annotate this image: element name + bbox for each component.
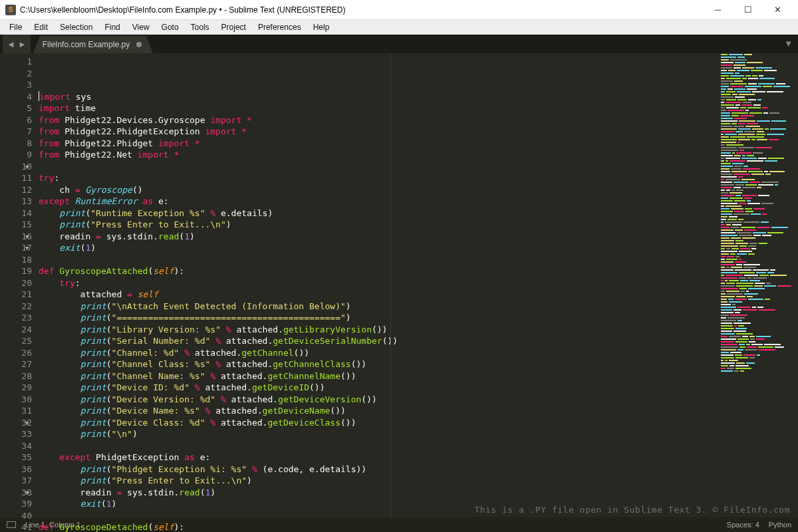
line-number: 10▼ <box>0 161 32 173</box>
code-line[interactable]: except PhidgetException as e: <box>39 452 718 464</box>
window-title: C:\Users\kellenbloom\Desktop\FileInfo.co… <box>20 5 345 15</box>
fold-icon[interactable]: ▼ <box>25 231 29 243</box>
line-number: 7 <box>0 126 32 138</box>
line-number: 40 <box>0 510 32 522</box>
fold-icon[interactable]: ▼ <box>25 418 29 430</box>
fold-icon[interactable]: ▼ <box>25 162 29 174</box>
line-number: 30 <box>0 394 32 406</box>
maximize-button[interactable]: ☐ <box>733 0 763 20</box>
editor-area: 12345678910▼111213141516▼17▼181920212223… <box>0 53 798 517</box>
menu-item-file[interactable]: File <box>4 21 27 33</box>
minimize-button[interactable]: ─ <box>703 0 733 20</box>
code-line[interactable]: print("Phidget Exception %i: %s" % (e.co… <box>39 464 718 475</box>
arrow-left-icon[interactable]: ◄ <box>7 39 15 49</box>
menu-item-view[interactable]: View <box>127 21 155 33</box>
code-line[interactable]: print("Press Enter to Exit...\n") <box>39 475 718 487</box>
line-number: 21 <box>0 289 32 301</box>
code-line[interactable]: try: <box>39 172 718 184</box>
code-line[interactable]: except RuntimeError as e: <box>39 196 718 207</box>
code-line[interactable]: print("Device ID: %d" % attached.getDevi… <box>39 382 718 394</box>
code-line[interactable]: import time <box>39 102 718 114</box>
menu-item-help[interactable]: Help <box>308 21 335 33</box>
code-line[interactable]: print("=================================… <box>39 312 718 324</box>
menu-item-preferences[interactable]: Preferences <box>253 21 307 33</box>
line-number: 22 <box>0 301 32 313</box>
code-line[interactable]: exit(1) <box>39 242 718 254</box>
code-line[interactable]: from Phidget22.Net import * <box>39 149 718 161</box>
line-number: 33 <box>0 428 32 440</box>
tab-dirty-icon <box>136 42 142 47</box>
code-line[interactable]: print("Library Version: %s" % attached.g… <box>39 324 718 336</box>
app-icon: S <box>5 5 16 15</box>
line-number: 28 <box>0 370 32 382</box>
title-bar: S C:\Users\kellenbloom\Desktop\FileInfo.… <box>0 0 798 20</box>
line-number: 8 <box>0 138 32 150</box>
line-number: 6 <box>0 114 32 126</box>
menu-item-goto[interactable]: Goto <box>156 21 184 33</box>
line-number: 24 <box>0 324 32 336</box>
code-line[interactable]: print("Channel: %d" % attached.getChanne… <box>39 347 718 359</box>
code-line[interactable]: print("Device Class: %d" % attached.getD… <box>39 417 718 429</box>
menu-item-edit[interactable]: Edit <box>29 21 53 33</box>
line-number: 18 <box>0 254 32 266</box>
code-line[interactable]: try: <box>39 277 718 289</box>
minimap[interactable] <box>718 53 798 517</box>
menu-item-tools[interactable]: Tools <box>186 21 215 33</box>
line-number: 23 <box>0 312 32 324</box>
status-syntax[interactable]: Python <box>769 521 791 529</box>
code-line[interactable]: print("Press Enter to Exit...\n") <box>39 219 718 231</box>
menu-item-find[interactable]: Find <box>99 21 125 33</box>
line-number: 20 <box>0 277 32 289</box>
line-number: 39 <box>0 498 32 510</box>
code-line[interactable]: print("Runtime Exception %s" % e.details… <box>39 207 718 219</box>
fold-icon[interactable]: ▼ <box>25 487 29 499</box>
code-line[interactable]: readin = sys.stdin.read(1) <box>39 231 718 243</box>
code-line[interactable]: from Phidget22.PhidgetException import * <box>39 126 718 138</box>
code-line[interactable]: print("Serial Number: %d" % attached.get… <box>39 335 718 347</box>
line-number: 13 <box>0 196 32 207</box>
code-line[interactable]: print("Channel Class: %s" % attached.get… <box>39 358 718 370</box>
code-line[interactable]: ch = Gyroscope() <box>39 184 718 196</box>
code-line[interactable]: def GyroscopeAttached(self): <box>39 265 718 277</box>
code-line[interactable] <box>39 254 718 266</box>
ruler-line <box>390 53 391 517</box>
line-number: 37 <box>0 475 32 487</box>
tab-bar: ◄ ► FileInfo.com Example.py ▼ <box>0 35 798 53</box>
code-line[interactable]: from Phidget22.Devices.Gyroscope import … <box>39 114 718 126</box>
code-line[interactable] <box>39 161 718 173</box>
line-number: 25 <box>0 335 32 347</box>
code-line[interactable] <box>39 440 718 452</box>
menu-item-project[interactable]: Project <box>216 21 251 33</box>
line-number: 2 <box>0 68 32 80</box>
code-line[interactable]: print("Device Version: %d" % attached.ge… <box>39 394 718 406</box>
tabs-dropdown-icon[interactable]: ▼ <box>784 39 793 49</box>
line-number: 15 <box>0 219 32 231</box>
line-number: 29 <box>0 382 32 394</box>
line-number: 9 <box>0 149 32 161</box>
line-number: 35 <box>0 452 32 464</box>
status-spaces[interactable]: Spaces: 4 <box>727 521 759 529</box>
code-line[interactable]: readin = sys.stdin.read(1) <box>39 487 718 499</box>
line-number: 17▼ <box>0 242 32 254</box>
close-button[interactable]: ✕ <box>763 0 793 20</box>
code-line[interactable]: print("Channel Name: %s" % attached.getC… <box>39 370 718 382</box>
tab-nav-arrows[interactable]: ◄ ► <box>3 35 31 53</box>
line-number: 3 <box>0 79 32 91</box>
tab-active[interactable]: FileInfo.com Example.py <box>33 36 153 53</box>
menu-bar: FileEditSelectionFindViewGotoToolsProjec… <box>0 20 798 35</box>
code-line[interactable]: def GyroscopeDetached(self): <box>39 521 718 532</box>
line-number: 5 <box>0 102 32 114</box>
code-line[interactable]: attached = self <box>39 289 718 301</box>
line-number-gutter: 12345678910▼111213141516▼17▼181920212223… <box>0 53 35 517</box>
code-line[interactable]: print("\n") <box>39 428 718 440</box>
arrow-right-icon[interactable]: ► <box>18 39 27 49</box>
fold-icon[interactable]: ▼ <box>25 243 29 255</box>
menu-item-selection[interactable]: Selection <box>55 21 98 33</box>
code-line[interactable]: import sys <box>39 91 718 103</box>
line-number: 19 <box>0 265 32 277</box>
line-number: 32▼ <box>0 417 32 429</box>
code-view[interactable]: import sysimport timefrom Phidget22.Devi… <box>35 53 718 517</box>
code-line[interactable]: print("\nAttach Event Detected (Informat… <box>39 301 718 313</box>
code-line[interactable]: from Phidget22.Phidget import * <box>39 138 718 150</box>
code-line[interactable]: print("Device Name: %s" % attached.getDe… <box>39 405 718 417</box>
